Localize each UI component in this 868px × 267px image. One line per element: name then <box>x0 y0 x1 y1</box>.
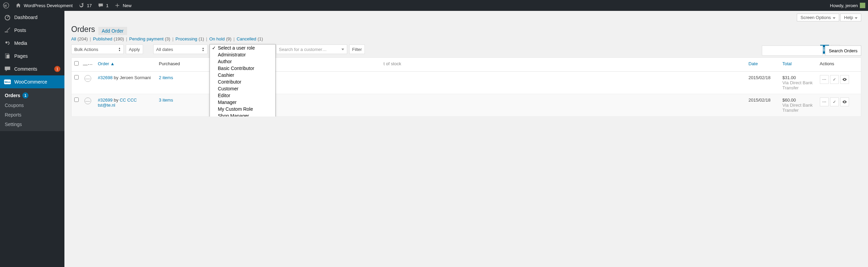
order-total: $31.00 <box>783 75 814 80</box>
role-option[interactable]: My Custom Role <box>210 106 275 112</box>
actions-column-header: Actions <box>817 57 861 71</box>
select-arrows-icon: ▲▼ <box>202 47 204 52</box>
status-link-cancelled[interactable]: Cancelled <box>237 36 256 41</box>
row-checkbox[interactable] <box>74 75 79 79</box>
status-link-processing[interactable]: Processing <box>176 36 197 41</box>
pages-icon <box>4 53 11 59</box>
sidebar-item-pages[interactable]: Pages <box>0 50 64 63</box>
items-link[interactable]: 2 items <box>159 75 173 80</box>
role-dropdown-menu: ✓Select a user role Administrator Author… <box>210 44 276 117</box>
add-order-button[interactable]: Add Order <box>98 27 127 35</box>
payment-method: Via Direct Bank Transfer <box>783 80 814 90</box>
new-label: New <box>123 3 132 8</box>
bulk-actions-select[interactable]: Bulk Actions ▲▼ <box>71 44 124 54</box>
customer-link[interactable]: CC CCC <box>120 97 137 103</box>
order-status-icon <box>84 75 91 82</box>
order-id-link[interactable]: #32698 <box>98 75 113 80</box>
sidebar-subitem-orders[interactable]: Orders 1 <box>0 90 64 101</box>
sidebar-item-posts[interactable]: Posts <box>0 24 64 37</box>
items-link[interactable]: 3 items <box>159 97 173 103</box>
wp-logo[interactable] <box>3 2 9 9</box>
dates-select[interactable]: All dates ▲▼ <box>153 44 208 54</box>
row-checkbox[interactable] <box>74 97 79 102</box>
role-option[interactable]: Contributor <box>210 78 275 85</box>
howdy-text: Howdy, jeroen <box>830 3 858 8</box>
status-link-pending[interactable]: Pending payment <box>129 36 163 41</box>
apply-button[interactable]: Apply <box>126 44 143 54</box>
new-link[interactable]: New <box>114 2 132 9</box>
help-button[interactable]: Help <box>840 14 861 21</box>
shipto-column-header: t of stock <box>350 57 746 71</box>
ab-comments-count: 1 <box>106 3 108 8</box>
caret-down-icon <box>833 17 835 19</box>
page-heading: Orders Add Order <box>64 21 868 36</box>
sidebar-item-comments[interactable]: Comments 1 <box>0 63 64 75</box>
total-column-header[interactable]: Total <box>783 61 792 66</box>
updates-link[interactable]: 17 <box>78 2 92 9</box>
svg-rect-2 <box>5 32 8 32</box>
howdy-link[interactable]: Howdy, jeroen <box>830 3 865 8</box>
site-link[interactable]: WordPress Development <box>15 2 73 9</box>
comments-count-badge: 1 <box>54 66 60 72</box>
comments-link[interactable]: 1 <box>97 2 108 9</box>
woo-submenu: Orders 1 Coupons Reports Settings <box>0 88 64 117</box>
more-actions-button[interactable]: ⋯ <box>820 97 829 106</box>
sidebar-item-label: WooCommerce <box>14 79 60 85</box>
view-button[interactable] <box>840 97 849 106</box>
check-icon: ✓ <box>212 45 216 51</box>
role-option[interactable]: Editor <box>210 92 275 99</box>
search-orders-button[interactable]: Search Orders <box>825 46 861 56</box>
order-id-link[interactable]: #32699 <box>98 97 113 103</box>
sidebar-subitem-coupons[interactable]: Coupons <box>0 101 64 110</box>
order-total: $60.00 <box>783 97 814 103</box>
filter-button[interactable]: Filter <box>349 44 365 54</box>
status-column-header[interactable]: ⋯ <box>82 57 95 71</box>
sidebar-subitem-label: Coupons <box>5 103 24 108</box>
role-option[interactable]: Cashier <box>210 72 275 78</box>
role-option[interactable]: Customer <box>210 85 275 92</box>
status-link-all[interactable]: All <box>71 36 76 41</box>
role-option[interactable]: Administrator <box>210 51 275 58</box>
sidebar-subitem-label: Orders <box>5 93 20 98</box>
select-arrows-icon: ▲▼ <box>118 47 121 52</box>
complete-button[interactable]: ✓ <box>830 75 839 84</box>
dashboard-icon <box>4 14 11 21</box>
caret-down-icon <box>855 17 857 19</box>
role-option[interactable]: Shop Manager <box>210 112 275 117</box>
svg-rect-5 <box>6 55 9 58</box>
sidebar-item-media[interactable]: Media <box>0 37 64 50</box>
order-column-header[interactable]: Order ▲ <box>98 61 115 66</box>
select-all-checkbox[interactable] <box>74 61 79 66</box>
status-link-published[interactable]: Published <box>93 36 112 41</box>
more-actions-button[interactable]: ⋯ <box>820 75 829 84</box>
screen-options-button[interactable]: Screen Options <box>797 14 839 21</box>
svg-text:Woo: Woo <box>4 81 10 84</box>
sidebar-item-dashboard[interactable]: Dashboard <box>0 11 64 24</box>
customer-search-select[interactable]: Search for a customer… <box>276 44 347 54</box>
sidebar-item-label: Comments <box>14 66 51 72</box>
tablenav: Bulk Actions ▲▼ Apply All dates ▲▼ ✓Sele… <box>64 44 868 57</box>
table-row: #32699 by CC CCC tst@te.nl 3 items 2015/… <box>72 94 861 116</box>
orders-table: ⋯ Order ▲ Purchased t of stock Date Tota… <box>71 57 861 117</box>
by-text: by <box>114 75 119 80</box>
view-button[interactable] <box>840 75 849 84</box>
sidebar-item-label: Dashboard <box>14 15 60 20</box>
posts-icon <box>4 27 11 34</box>
status-link-onhold[interactable]: On hold <box>209 36 225 41</box>
role-option[interactable]: Basic Contributor <box>210 65 275 72</box>
customer-email-link[interactable]: tst@te.nl <box>98 103 116 108</box>
role-option[interactable]: Author <box>210 58 275 65</box>
order-search: Search Orders <box>762 46 861 56</box>
admin-bar: WordPress Development 17 1 New Howdy, je… <box>0 0 868 11</box>
sort-asc-icon: ▲ <box>110 61 115 66</box>
top-actions: Screen Options Help <box>64 11 868 21</box>
site-name: WordPress Development <box>24 3 73 8</box>
role-option[interactable]: Manager <box>210 99 275 106</box>
sidebar-item-woocommerce[interactable]: Woo WooCommerce <box>0 75 64 88</box>
role-option[interactable]: ✓Select a user role <box>210 44 275 51</box>
order-date: 2015/02/18 <box>746 94 780 116</box>
sidebar-subitem-reports[interactable]: Reports <box>0 110 64 117</box>
date-column-header[interactable]: Date <box>749 61 758 66</box>
search-input[interactable] <box>762 46 823 56</box>
complete-button[interactable]: ✓ <box>830 97 839 106</box>
